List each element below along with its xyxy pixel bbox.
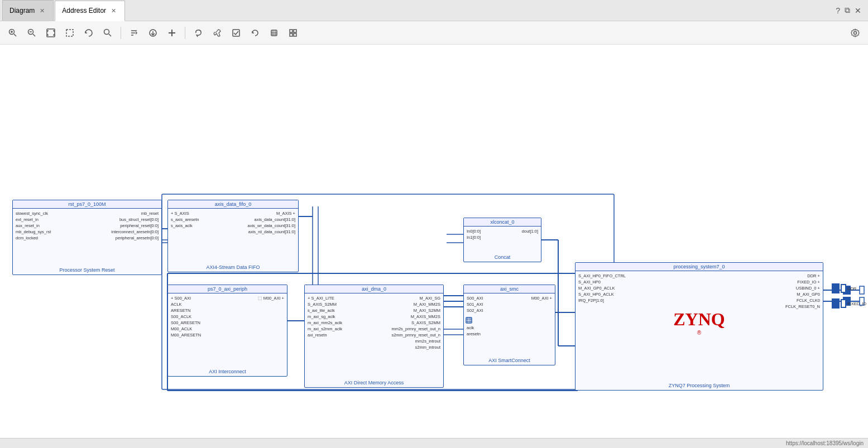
port-s00-aclk: S00_ACLK xyxy=(169,314,201,319)
zynq-logo-area: ZYNQ ® xyxy=(673,309,725,336)
port-s2mm-introut: s2mm_introut xyxy=(415,345,442,350)
axi-dma-label: AXI Direct Memory Access xyxy=(305,379,443,386)
axi-smc-ports-left: S00_AXI S01_AXI S02_AXI aclk aresetn xyxy=(465,296,483,346)
axi-dma-ports-right: M_AXI_SG M_AXI_MM2S M_AXI_S2MM M_AXIS_MM… xyxy=(391,296,442,368)
toolbar-sep-1 xyxy=(121,27,121,39)
status-text: https://localhost:18395/ws/login xyxy=(786,440,864,446)
xlconcat-block[interactable]: xlconcat_0 In0[0:0] In1[0:0] dout[1:0] C… xyxy=(463,218,541,262)
debug-button[interactable] xyxy=(266,25,282,41)
zoom-in-button[interactable] xyxy=(4,25,21,41)
port-m-axi-sg: M_AXI_SG xyxy=(419,296,442,301)
fit-button[interactable] xyxy=(42,25,59,41)
tab-address-editor[interactable]: Address Editor ✕ xyxy=(55,1,125,21)
port-ext-reset-in: ext_reset_in xyxy=(14,217,51,222)
port-fclk-reset0: FCLK_RESET0_N xyxy=(785,304,822,309)
axi-smc-block[interactable]: axi_smc S00_AXI S01_AXI S02_AXI aclk are… xyxy=(463,285,555,365)
port-m-axis-mm2s: M_AXIS_MM2S xyxy=(411,314,442,319)
rst-ps7-ports-left: slowest_sync_clk ext_reset_in aux_reset_… xyxy=(14,211,51,261)
port-aresetn-smc: aresetn xyxy=(465,331,483,336)
axi-dma-block[interactable]: axi_dma_0 + S_AXI_LITE S_AXIS_S2MM s_axi… xyxy=(304,285,444,388)
port-s00-axi-smc: S00_AXI xyxy=(465,296,483,301)
close-window-icon[interactable]: ✕ xyxy=(855,6,861,15)
options-button[interactable] xyxy=(285,25,301,41)
port-m-axi-gp0-aclk: M_AXI_GP0_ACLK xyxy=(577,286,626,291)
fixed-io-connector: FIXED_IO xyxy=(832,298,866,309)
port-s02-axi-smc: S02_AXI xyxy=(465,308,483,313)
port-m-axi-s2mm-aclk: m_axi_s2mm_aclk xyxy=(306,326,342,331)
axi-smc-title: axi_smc xyxy=(464,285,555,293)
wrench-button[interactable] xyxy=(209,25,226,41)
search-button[interactable] xyxy=(99,25,116,41)
settings-button[interactable] xyxy=(847,25,864,41)
ddr-port xyxy=(841,284,846,293)
ddr-label: DDR xyxy=(847,286,856,291)
axi-dma-title: axi_dma_0 xyxy=(305,285,443,293)
ps7-axi-ports-right: ⬚ M00_AXI + xyxy=(258,296,286,357)
port-s-axis-aresetn: s_axis_aresetn xyxy=(169,217,199,222)
axi-smc-label: AXI SmartConnect xyxy=(464,357,555,363)
ddr-connector: DDR xyxy=(832,283,856,293)
xlconcat-label: Concat xyxy=(464,253,541,260)
add-button[interactable] xyxy=(164,25,180,41)
port-s2mm-prmry-reset: s2mm_prmry_reset_out_n xyxy=(391,333,442,338)
fixed-io-label: FIXED_IO xyxy=(847,301,866,306)
svg-rect-8 xyxy=(66,30,73,36)
axis-fifo-title: axis_data_fifo_0 xyxy=(168,200,298,209)
port-m-axi-sg-aclk: m_axi_sg_aclk xyxy=(306,314,342,319)
port-m00-axi-smc: M00_AXI + xyxy=(531,296,554,301)
port-axi-resetn: axi_resetn xyxy=(306,333,342,338)
port-m-axi-mm2s-aclk: m_axi_mm2s_aclk xyxy=(306,320,342,325)
tab-right-icons: ? ⧉ ✕ xyxy=(836,6,866,15)
svg-rect-19 xyxy=(233,30,239,36)
port-axis-data-count: axis_data_count[31:0] xyxy=(255,217,297,222)
svg-rect-44 xyxy=(860,286,864,294)
select-button[interactable] xyxy=(61,25,78,41)
port-aux-reset-in: aux_reset_in xyxy=(14,223,51,228)
port-mb-reset: mb_reset xyxy=(141,211,160,216)
fixed-io-port xyxy=(841,299,846,308)
ps7-axi-label: AXI Interconnect xyxy=(168,368,287,374)
port-s-axis-aclk: s_axis_aclk xyxy=(169,223,199,228)
sort-button[interactable] xyxy=(126,25,142,41)
svg-rect-28 xyxy=(294,33,296,36)
tab-address-editor-close[interactable]: ✕ xyxy=(109,7,118,15)
svg-rect-27 xyxy=(290,33,292,36)
status-bar: https://localhost:18395/ws/login xyxy=(0,438,868,448)
popout-icon[interactable]: ⧉ xyxy=(845,6,850,15)
zoom-out-button[interactable] xyxy=(23,25,40,41)
tabs-left: Diagram ✕ Address Editor ✕ xyxy=(2,0,126,21)
port-s-axis-s2mm: S_AXIS_S2MM xyxy=(306,302,342,307)
processing-sys-block[interactable]: processing_system7_0 S_AXI_HP0_FIFO_CTRL… xyxy=(575,262,823,391)
toolbar-sep-2 xyxy=(185,27,185,39)
port-fixed-io: FIXED_IO + xyxy=(797,280,822,285)
xlconcat-title: xlconcat_0 xyxy=(464,218,541,227)
push-button[interactable] xyxy=(145,25,161,41)
toolbar-buttons xyxy=(4,25,301,41)
validate-button[interactable] xyxy=(228,25,244,41)
svg-rect-20 xyxy=(271,30,277,36)
refresh-button[interactable] xyxy=(80,25,97,41)
help-icon[interactable]: ? xyxy=(836,6,840,15)
regenerate-button[interactable] xyxy=(247,25,263,41)
diagram-canvas[interactable]: rst_ps7_0_100M slowest_sync_clk ext_rese… xyxy=(0,45,868,448)
ddr-arrow xyxy=(832,283,840,293)
axis-fifo-ports-left: + S_AXIS s_axis_aresetn s_axis_aclk xyxy=(169,211,199,258)
axi-dma-ports-left: + S_AXI_LITE S_AXIS_S2MM s_axi_lite_aclk… xyxy=(306,296,342,368)
rst-ps7-block[interactable]: rst_ps7_0_100M slowest_sync_clk ext_rese… xyxy=(12,200,162,275)
port-ddr: DDR + xyxy=(807,273,822,278)
lasso-button[interactable] xyxy=(190,25,207,41)
port-aclk-smc: aclk xyxy=(465,325,483,330)
ps7-axi-block[interactable]: ps7_0_axi_periph + S00_AXI ACLK ARESETN … xyxy=(167,285,287,377)
svg-line-5 xyxy=(33,34,35,36)
port-mb-debug-sys-rst: mb_debug_sys_rst xyxy=(14,229,51,234)
svg-line-1 xyxy=(14,34,16,36)
axis-fifo-block[interactable]: axis_data_fifo_0 + S_AXIS s_axis_aresetn… xyxy=(167,200,299,272)
port-m00-aclk: M00_ACLK xyxy=(169,326,201,331)
tab-diagram-close[interactable]: ✕ xyxy=(38,7,46,15)
axis-fifo-label: AXI4-Stream Data FIFO xyxy=(168,263,298,270)
toolbar xyxy=(0,21,868,45)
port-m-axi-gp0: M_AXI_GP0 xyxy=(797,292,822,297)
port-dcm-locked: dcm_locked xyxy=(14,235,51,240)
tab-diagram[interactable]: Diagram ✕ xyxy=(2,0,54,21)
port-peripheral-reset: peripheral_reset[0:0] xyxy=(120,223,160,228)
